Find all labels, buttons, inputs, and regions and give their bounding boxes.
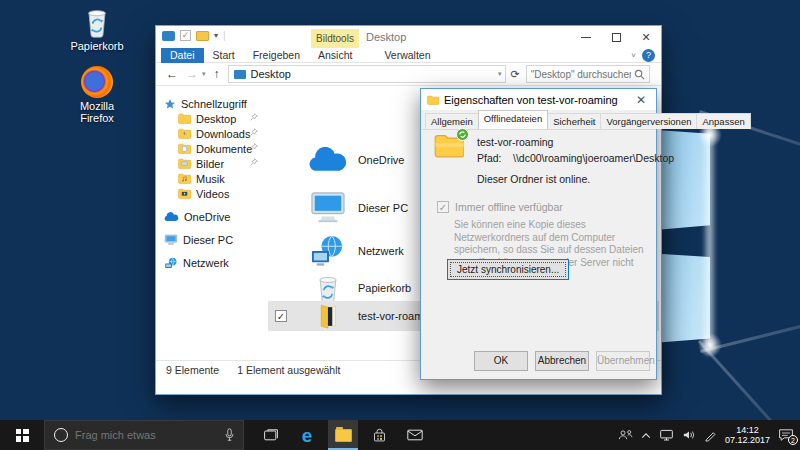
offline-checkbox-row: ✓ Immer offline verfügbar [437,201,563,213]
sidebar-item-dieser-pc[interactable]: Dieser PC [156,232,266,247]
store-icon [372,428,387,443]
start-button[interactable] [0,420,44,450]
selection-checkbox[interactable]: ✓ [275,310,287,322]
sync-now-button[interactable]: Jetzt synchronisieren... [447,259,569,280]
pc-icon [308,191,348,225]
desktop-icon-papierkorb[interactable]: Papierkorb [62,6,132,52]
search-box[interactable] [526,65,650,83]
tab-offlinedateien[interactable]: Offlinedateien [478,110,548,129]
divider: | [223,30,226,41]
maximize-button[interactable] [601,26,631,48]
file-item-label: Netzwerk [358,245,404,257]
tab-start[interactable]: Start [204,48,244,63]
cancel-button[interactable]: Abbrechen [535,351,589,371]
taskbar-clock[interactable]: 14:12 07.12.2017 [725,425,770,446]
taskbar-search-input[interactable] [75,429,205,441]
address-bar[interactable]: Desktop ▾ [228,65,506,83]
refresh-icon[interactable]: ⟳ [511,68,520,81]
sidebar-label: Downloads [196,128,250,140]
sidebar-item-musik[interactable]: Musik [156,171,266,186]
online-status-text: Dieser Ordner ist online. [477,173,590,185]
search-input[interactable] [531,69,631,80]
contextual-tab-bildtools[interactable]: Bildtools [311,29,359,48]
sidebar-item-downloads[interactable]: Downloads [156,126,266,141]
forward-button[interactable]: → [186,68,198,80]
dialog-buttons: OK Abbrechen Übernehmen [474,351,650,371]
offline-checkbox-label: Immer offline verfügbar [455,201,563,213]
customize-toolbar-chevron-icon[interactable]: ▾ [214,31,218,40]
desktop-icon-label: Mozilla Firefox [62,100,132,124]
navigation-pane: Schnellzugriff Desktop Downloads Dokumen… [156,86,266,378]
dialog-title: Eigenschaften von test-vor-roaming [444,94,618,106]
search-icon[interactable] [634,69,645,80]
help-icon[interactable]: ? [642,49,655,62]
ribbon-expand-chevron-icon[interactable]: ˅ [631,51,636,60]
store-button[interactable] [364,420,394,450]
offline-checkbox[interactable]: ✓ [437,201,449,213]
location-folder-icon [234,70,246,79]
recycle-bin-icon [308,273,348,304]
apply-button[interactable]: Übernehmen [596,351,650,371]
people-icon[interactable] [618,429,633,441]
recent-locations-chevron-icon[interactable]: ▾ [202,70,206,78]
windows-ink-pen-icon[interactable] [704,429,717,442]
sidebar-item-dokumente[interactable]: Dokumente [156,141,266,156]
task-view-button[interactable] [256,420,286,450]
pin-icon [250,113,258,121]
tab-vorgaengerversionen[interactable]: Vorgängerversionen [600,113,697,129]
folder-icon [178,173,191,184]
quick-access-toolbar: ✓ ▾ | [162,30,226,41]
back-button[interactable]: ← [166,68,178,80]
sync-badge-icon [456,128,469,141]
microphone-icon[interactable] [224,428,235,442]
wallpaper-glow-line [707,125,712,353]
ok-button[interactable]: OK [474,351,528,371]
tab-sicherheit[interactable]: Sicherheit [547,113,601,129]
file-item-label: OneDrive [358,154,404,166]
sidebar-label: Bilder [196,158,224,170]
sidebar-item-netzwerk[interactable]: Netzwerk [156,255,266,270]
pin-icon [250,128,258,136]
properties-icon[interactable]: ✓ [180,30,191,41]
network-tray-icon[interactable] [659,429,674,441]
new-folder-icon[interactable] [196,31,209,41]
quick-access-star-icon [164,98,176,110]
tab-freigeben[interactable]: Freigeben [244,48,309,63]
show-hidden-icons-chevron[interactable] [641,432,651,439]
properties-dialog: Eigenschaften von test-vor-roaming ✕ All… [420,88,657,380]
sidebar-item-bilder[interactable]: Bilder [156,156,266,171]
desktop-icon-label: Papierkorb [62,40,132,52]
onedrive-cloud-icon [308,147,348,173]
tab-ansicht[interactable]: Ansicht [309,48,361,63]
network-globe-icon [308,234,348,268]
folder-icon [178,188,191,199]
sidebar-item-desktop[interactable]: Desktop [156,111,266,126]
close-icon[interactable]: ✕ [632,93,650,107]
cortana-search-box[interactable] [44,420,244,450]
file-explorer-button[interactable] [328,420,358,450]
tab-allgemein[interactable]: Allgemein [425,113,479,129]
sidebar-item-onedrive[interactable]: OneDrive [156,209,266,224]
volume-icon[interactable] [682,429,696,441]
desktop-icon-firefox[interactable]: Mozilla Firefox [62,66,132,124]
sidebar-item-schnellzugriff[interactable]: Schnellzugriff [156,96,266,111]
selection-count: 1 Element ausgewählt [237,364,340,376]
minimize-button[interactable] [571,26,601,48]
up-button[interactable]: ↑ [214,68,220,80]
tab-verwalten[interactable]: Verwalten [375,48,439,63]
address-toolbar: ← → ▾ ↑ Desktop ▾ ⟳ [156,63,661,86]
windows-logo-icon [16,429,29,442]
edge-button[interactable]: e [292,420,322,450]
tab-datei[interactable]: Datei [161,48,204,63]
clock-date: 07.12.2017 [725,435,770,446]
close-button[interactable]: ✕ [631,26,661,48]
tab-anpassen[interactable]: Anpassen [696,113,750,129]
onedrive-cloud-icon [164,212,179,222]
open-folder-icon [308,303,348,330]
explorer-app-icon [162,31,175,41]
address-dropdown-chevron-icon[interactable]: ▾ [498,70,502,78]
action-center-button[interactable]: 2 [778,428,794,442]
mail-button[interactable] [400,420,430,450]
file-item-label: Dieser PC [358,202,408,214]
sidebar-item-videos[interactable]: Videos [156,186,266,201]
